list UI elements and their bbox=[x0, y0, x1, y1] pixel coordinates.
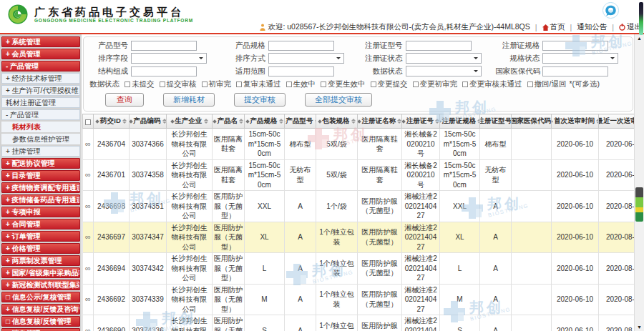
row-detail-icon[interactable]: ∞ bbox=[85, 232, 91, 241]
filter-input[interactable] bbox=[268, 66, 334, 76]
sidebar-item[interactable]: + 订单管理 bbox=[1, 231, 80, 242]
sort-icon[interactable] bbox=[122, 119, 127, 124]
status-checkbox[interactable] bbox=[527, 81, 533, 87]
filter-input[interactable] bbox=[131, 41, 197, 51]
sidebar-item[interactable]: + 会员管理 bbox=[1, 49, 80, 59]
chat-icon[interactable] bbox=[602, 1, 620, 22]
scroll-up-icon[interactable]: ▲ bbox=[635, 36, 644, 41]
sidebar-item[interactable]: + 疫情物资调配专用通道 bbox=[1, 182, 80, 193]
select-all-checkbox[interactable] bbox=[85, 119, 91, 125]
sidebar-item[interactable]: + 专项申报 bbox=[1, 207, 80, 217]
column-header[interactable]: 产品型号 bbox=[285, 114, 316, 129]
sort-icon[interactable] bbox=[435, 119, 439, 124]
column-header[interactable]: 注册证型号 bbox=[480, 114, 512, 129]
filter-select[interactable] bbox=[268, 53, 344, 64]
column-header[interactable]: 产品编码 bbox=[130, 114, 167, 129]
toolbar-button[interactable]: 全部提交审核 bbox=[305, 93, 372, 107]
filter-input[interactable] bbox=[542, 66, 608, 76]
toolbar-button[interactable]: 新增耗材 bbox=[163, 93, 215, 107]
table-row[interactable]: ∞243670430374366长沙邦创生物科技有限公司医用隔离鞋套15cm-5… bbox=[83, 129, 635, 160]
row-detail-icon[interactable]: ∞ bbox=[85, 202, 91, 210]
filter-input[interactable] bbox=[268, 41, 334, 51]
sidebar-item[interactable]: 耗材注册证管理 bbox=[1, 97, 80, 108]
filter-select[interactable] bbox=[131, 53, 207, 64]
row-detail-icon[interactable]: ∞ bbox=[85, 264, 91, 272]
table-row[interactable]: ∞243669230374339长沙邦创生物科技有限公司医用防护服（无菌型）MA… bbox=[83, 284, 635, 315]
column-header[interactable]: 产品名 bbox=[213, 114, 245, 129]
sidebar-item[interactable]: + 系统管理 bbox=[1, 36, 80, 47]
status-checkbox[interactable] bbox=[236, 81, 242, 87]
status-checkbox[interactable] bbox=[371, 81, 376, 87]
sidebar-item[interactable]: + 新冠检测试剂联型集采 bbox=[1, 280, 80, 290]
filter-input[interactable] bbox=[542, 41, 608, 51]
toolbar-button[interactable]: 查询 bbox=[105, 93, 144, 107]
status-checkbox[interactable] bbox=[462, 81, 468, 87]
row-detail-icon[interactable]: ∞ bbox=[85, 139, 91, 148]
column-header[interactable]: 国家医保代码 bbox=[512, 114, 552, 129]
status-checkbox[interactable] bbox=[413, 81, 419, 87]
nav-home[interactable]: 首页 bbox=[542, 22, 565, 32]
status-checkbox[interactable] bbox=[321, 81, 326, 87]
sidebar-item[interactable]: + 目录管理 bbox=[1, 170, 80, 181]
status-checkbox[interactable] bbox=[286, 81, 292, 87]
sidebar-item[interactable]: + 国家/省级集中采购品种 bbox=[1, 267, 80, 278]
table-row[interactable]: ∞243670130374358长沙邦创生物科技有限公司医用隔离鞋套15cm-5… bbox=[83, 159, 635, 191]
column-header[interactable]: 注册证规格 bbox=[440, 114, 480, 129]
column-bullet-icon bbox=[358, 119, 361, 124]
filter-field: 适用范围 bbox=[221, 66, 358, 76]
filter-field: 排序字段 bbox=[84, 53, 221, 64]
column-header[interactable]: 包装规格 bbox=[316, 114, 358, 129]
sidebar-item[interactable]: + 两票制发票管理 bbox=[1, 255, 80, 266]
table-row[interactable]: ∞243669830374351长沙邦创生物科技有限公司医用防护服（无菌型）XX… bbox=[83, 191, 635, 222]
sort-icon[interactable] bbox=[397, 119, 401, 124]
row-detail-icon[interactable]: ∞ bbox=[85, 326, 91, 331]
sidebar-item[interactable]: + 配送协议管理 bbox=[1, 158, 80, 169]
sort-icon[interactable] bbox=[279, 119, 283, 124]
sidebar-item[interactable]: + 经济技术标管理 bbox=[1, 73, 80, 84]
sidebar-item[interactable]: □ 信息复核/反馈管理 bbox=[1, 316, 80, 327]
sidebar-item[interactable]: - 产品管理 bbox=[1, 61, 80, 71]
sort-icon[interactable] bbox=[162, 119, 167, 124]
sidebar-item[interactable]: + 消息管理 bbox=[1, 328, 80, 331]
sort-icon[interactable] bbox=[239, 119, 243, 124]
content-scrollbar[interactable]: ▲ ▼ bbox=[634, 34, 644, 331]
sidebar-item[interactable]: + 价格管理 bbox=[1, 243, 80, 254]
scroll-down-icon[interactable]: ▼ bbox=[635, 325, 644, 330]
column-header[interactable]: 首次送审时间 bbox=[552, 114, 599, 129]
column-header[interactable]: 注册证号 bbox=[402, 114, 440, 129]
nav-notices[interactable]: 通知公告 bbox=[577, 22, 607, 32]
filter-select[interactable] bbox=[406, 53, 482, 64]
column-header[interactable]: 最近一次送审时间 bbox=[599, 114, 635, 129]
sidebar-item[interactable]: + 信息复核/反馈及咨询管 bbox=[1, 304, 80, 315]
row-detail-icon[interactable]: ∞ bbox=[85, 295, 91, 303]
table-row[interactable]: ∞243669030374336长沙邦创生物科技有限公司医用防护服（无菌型）SA… bbox=[83, 315, 635, 331]
sidebar-item[interactable]: + 生产许可/代理授权维 bbox=[1, 85, 80, 96]
table-cell bbox=[512, 284, 552, 315]
column-header[interactable]: 生产企业 bbox=[167, 114, 213, 129]
sidebar-item[interactable]: 耗材列表 bbox=[1, 122, 80, 132]
column-header[interactable]: 注册证名称 bbox=[358, 114, 402, 129]
sidebar-item[interactable]: + 疫情储备药品专用通道 bbox=[1, 194, 80, 205]
status-checkbox[interactable] bbox=[160, 81, 165, 87]
sort-icon[interactable] bbox=[596, 119, 599, 124]
filter-select[interactable] bbox=[406, 66, 482, 76]
column-header[interactable]: 药交ID bbox=[94, 114, 130, 129]
filter-select[interactable] bbox=[542, 53, 618, 64]
sidebar-item[interactable]: □ 信息公示/复核管理 bbox=[1, 292, 80, 302]
table-row[interactable]: ∞243669730374347长沙邦创生物科技有限公司医用防护服（无菌型）XL… bbox=[83, 222, 635, 253]
sort-icon[interactable] bbox=[204, 119, 208, 124]
sidebar-item[interactable]: + 挂牌管理 bbox=[1, 146, 80, 157]
toolbar-button[interactable]: 提交审核 bbox=[234, 93, 286, 107]
filter-input[interactable] bbox=[406, 41, 472, 51]
status-checkbox[interactable] bbox=[125, 81, 130, 87]
column-header[interactable]: 产品规格 bbox=[245, 114, 285, 129]
scrollbar-thumb[interactable] bbox=[635, 187, 643, 222]
sidebar-item[interactable]: - 产品管理 bbox=[1, 109, 80, 120]
sort-icon[interactable] bbox=[351, 119, 356, 124]
filter-input[interactable] bbox=[131, 66, 197, 76]
sidebar-item[interactable]: 参数信息维护管理 bbox=[1, 134, 80, 144]
table-row[interactable]: ∞243669430374342长沙邦创生物科技有限公司医用防护服（无菌型）LA… bbox=[83, 253, 635, 285]
row-detail-icon[interactable]: ∞ bbox=[85, 170, 91, 179]
status-checkbox[interactable] bbox=[202, 81, 208, 87]
sidebar-item[interactable]: + 合同管理 bbox=[1, 219, 80, 229]
